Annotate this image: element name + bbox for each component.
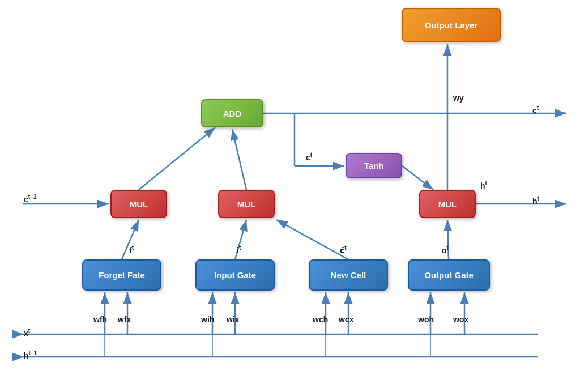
output-layer-node: Output Layer	[402, 8, 501, 42]
wox-label: wox	[453, 315, 468, 324]
svg-line-12	[276, 220, 348, 259]
arrows-svg	[0, 0, 580, 392]
wix-label: wix	[227, 315, 240, 324]
svg-line-14	[232, 129, 246, 190]
mul-right-node: MUL	[419, 190, 476, 218]
input-gate-node: Input Gate	[195, 259, 275, 291]
tanh-label: Tanh	[364, 161, 384, 171]
mul-right-label: MUL	[438, 199, 457, 209]
wcx-label: wcx	[339, 315, 353, 324]
wfh-label: wfh	[93, 315, 107, 324]
mul-mid-label: MUL	[237, 199, 256, 209]
ct-tanh-label: ct	[306, 152, 312, 162]
ct-minus1-label: ct−1	[24, 194, 37, 204]
svg-line-7	[402, 166, 433, 190]
ct-tilde-label: c̃t	[340, 245, 347, 255]
output-gate-node: Output Gate	[408, 259, 490, 291]
ct-top-label: ct	[532, 105, 539, 115]
mul-mid-node: MUL	[218, 190, 275, 218]
mul-left-label: MUL	[130, 199, 148, 209]
add-label: ADD	[223, 109, 242, 118]
add-node: ADD	[201, 99, 263, 127]
mul-left-node: MUL	[110, 190, 167, 218]
wih-label: wih	[201, 315, 214, 324]
tanh-node: Tanh	[346, 153, 402, 178]
woh-label: woh	[418, 315, 434, 324]
ht-right-label: ht	[532, 195, 539, 206]
ht-mul-label: ht	[480, 180, 487, 190]
xt-label: xt	[24, 327, 30, 338]
it-label: it	[237, 245, 241, 255]
output-layer-label: Output Layer	[425, 20, 477, 30]
wch-label: wch	[313, 315, 328, 324]
svg-line-3	[139, 127, 215, 190]
ot-label: ot	[442, 245, 449, 255]
wfx-label: wfx	[118, 315, 131, 324]
new-cell-node: New Cell	[309, 259, 388, 291]
lstm-diagram: Output Layer ADD Tanh MUL MUL MUL Forget…	[0, 0, 580, 392]
input-gate-label: Input Gate	[214, 270, 256, 280]
output-gate-label: Output Gate	[424, 270, 474, 280]
new-cell-label: New Cell	[331, 270, 366, 280]
forget-gate-label: Forget Fate	[99, 270, 145, 280]
ft-label: ft	[129, 245, 134, 255]
forget-gate-node: Forget Fate	[82, 259, 161, 291]
ht-minus1-label: ht−1	[24, 350, 37, 360]
wy-label: wy	[453, 93, 464, 103]
